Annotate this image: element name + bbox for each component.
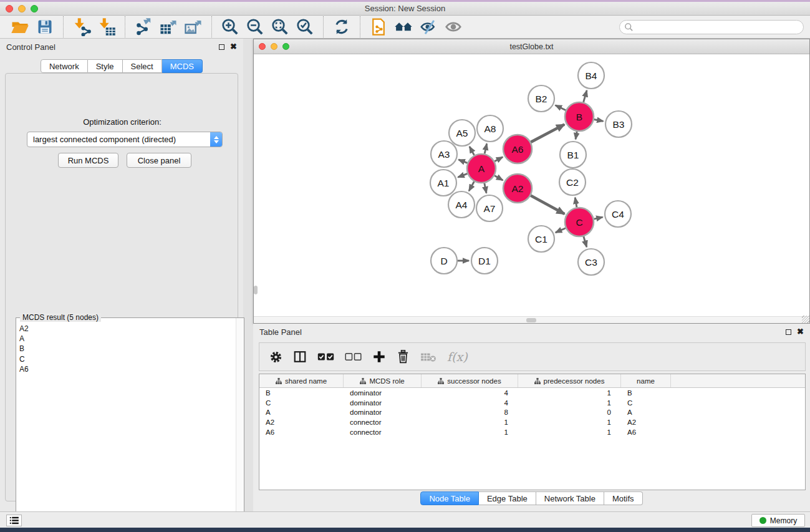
graph-edge-A-A1[interactable]: [458, 173, 467, 177]
graph-node-B2[interactable]: B2: [528, 85, 554, 112]
graph-node-D[interactable]: D: [431, 248, 457, 274]
function-builder-icon[interactable]: f(x): [447, 350, 468, 364]
table-cell[interactable]: A6: [621, 427, 671, 437]
tab-network-table[interactable]: Network Table: [536, 491, 604, 505]
table-row[interactable]: Cdominator41C: [259, 398, 805, 408]
graph-edge-A6-B[interactable]: [531, 125, 564, 142]
graph-node-A7[interactable]: A7: [476, 195, 503, 221]
delete-table-icon[interactable]: [420, 352, 436, 362]
graph-edge-A-A2[interactable]: [494, 176, 503, 180]
table-cell[interactable]: C: [621, 398, 671, 408]
column-header-name[interactable]: name: [621, 374, 671, 387]
table-cell[interactable]: 1: [422, 417, 518, 427]
graph-node-A8[interactable]: A8: [477, 115, 503, 142]
graph-node-A6[interactable]: A6: [503, 135, 532, 163]
refresh-icon[interactable]: [331, 17, 352, 37]
graph-edge-A-A6[interactable]: [494, 157, 503, 162]
table-cell[interactable]: 8: [422, 407, 518, 417]
zoom-fit-icon[interactable]: [269, 17, 291, 37]
graph-node-A5[interactable]: A5: [449, 120, 475, 146]
graph-node-C3[interactable]: C3: [578, 249, 604, 275]
graph-edge-C-C3[interactable]: [584, 236, 587, 247]
table-cell[interactable]: B: [621, 388, 671, 398]
table-cell[interactable]: A6: [259, 427, 344, 437]
run-mcds-button[interactable]: Run MCDS: [58, 153, 118, 168]
import-network-icon[interactable]: [71, 17, 92, 37]
show-details-eye-icon[interactable]: [443, 17, 464, 37]
table-cell[interactable]: 0: [518, 407, 621, 417]
float-panel-icon[interactable]: [219, 44, 224, 50]
graph-node-D1[interactable]: D1: [471, 248, 498, 274]
network-hscrollbar[interactable]: [254, 316, 809, 323]
table-cell[interactable]: A: [621, 407, 671, 417]
graph-edge-C-C4[interactable]: [594, 217, 602, 219]
graph-edge-A-A4[interactable]: [469, 181, 474, 191]
task-history-button[interactable]: [6, 515, 22, 526]
network-hscroll-thumb[interactable]: [526, 318, 536, 322]
save-session-icon[interactable]: [34, 17, 55, 37]
select-all-icon[interactable]: [317, 352, 334, 362]
close-panel-button[interactable]: Close panel: [127, 153, 191, 168]
table-row[interactable]: A6connector11A6: [259, 427, 805, 437]
tab-style[interactable]: Style: [88, 59, 123, 73]
graph-edge-A-A7[interactable]: [485, 183, 486, 193]
table-cell[interactable]: A2: [621, 417, 671, 427]
tab-motifs[interactable]: Motifs: [604, 491, 643, 505]
network-vscroll-thumb[interactable]: [254, 286, 258, 294]
mcds-result-scrollbar[interactable]: [236, 318, 244, 532]
table-cell[interactable]: 4: [422, 388, 518, 398]
network-window-titlebar[interactable]: testGlobe.txt: [254, 39, 809, 54]
table-row[interactable]: A2connector11A2: [259, 417, 805, 427]
table-cell[interactable]: 1: [518, 398, 621, 408]
graph-edge-B-B1[interactable]: [576, 132, 577, 140]
delete-column-icon[interactable]: [397, 350, 410, 364]
table-cell[interactable]: C: [259, 398, 344, 408]
tab-edge-table[interactable]: Edge Table: [479, 491, 536, 505]
table-cell[interactable]: dominator: [344, 388, 422, 398]
table-cell[interactable]: A: [259, 407, 344, 417]
import-table-icon[interactable]: [96, 17, 117, 37]
graph-edge-B-B2[interactable]: [556, 105, 566, 110]
table-cell[interactable]: dominator: [344, 398, 422, 408]
mcds-result-list[interactable]: A2ABCA6: [17, 320, 235, 532]
home-icon[interactable]: [393, 17, 414, 37]
open-network-file-icon[interactable]: [368, 17, 389, 37]
close-table-panel-icon[interactable]: ✖: [797, 329, 804, 335]
resize-grip[interactable]: [802, 316, 809, 323]
column-header-shared-name[interactable]: shared name: [259, 374, 344, 387]
deselect-all-icon[interactable]: [345, 352, 362, 362]
network-canvas[interactable]: B4B2BB3A5A8A6A3B1AA1A2C2A4A7C4CC1DD1C3: [254, 54, 809, 316]
hide-graphics-details-icon[interactable]: [418, 17, 439, 37]
graph-node-A2[interactable]: A2: [503, 174, 532, 203]
add-column-icon[interactable]: [372, 350, 386, 364]
optimization-criterion-select[interactable]: largest connected component (directed): [27, 132, 223, 147]
tab-select[interactable]: Select: [123, 59, 162, 73]
tab-mcds[interactable]: MCDS: [162, 59, 203, 73]
table-cell[interactable]: 1: [518, 388, 621, 398]
table-cell[interactable]: 1: [518, 427, 621, 437]
mcds-result-item[interactable]: A: [19, 334, 235, 344]
close-panel-icon[interactable]: ✖: [230, 44, 237, 50]
mcds-result-item[interactable]: A2: [19, 324, 235, 334]
search-field[interactable]: [619, 20, 804, 34]
graph-node-B[interactable]: B: [565, 102, 594, 131]
graph-edge-C-C2[interactable]: [575, 198, 577, 208]
graph-node-A3[interactable]: A3: [431, 141, 457, 167]
table-cell[interactable]: 1: [518, 417, 621, 427]
export-table-icon[interactable]: [158, 17, 179, 37]
zoom-in-icon[interactable]: [219, 17, 241, 37]
mcds-result-item[interactable]: C: [19, 354, 235, 364]
column-header-MCDS-role[interactable]: MCDS role: [344, 374, 422, 387]
table-cell[interactable]: B: [259, 388, 344, 398]
graph-node-C[interactable]: C: [565, 208, 594, 236]
mcds-result-item[interactable]: A6: [19, 364, 235, 374]
mcds-result-item[interactable]: B: [19, 344, 235, 354]
export-image-icon[interactable]: [183, 17, 204, 37]
graph-node-C4[interactable]: C4: [605, 201, 631, 227]
column-header-predecessor-nodes[interactable]: predecessor nodes: [518, 374, 621, 387]
table-cell[interactable]: A2: [259, 417, 344, 427]
graph-node-C2[interactable]: C2: [559, 169, 586, 195]
graph-edge-A-A5[interactable]: [470, 147, 475, 155]
table-row[interactable]: Bdominator41B: [259, 388, 805, 398]
graph-node-B4[interactable]: B4: [578, 62, 604, 89]
